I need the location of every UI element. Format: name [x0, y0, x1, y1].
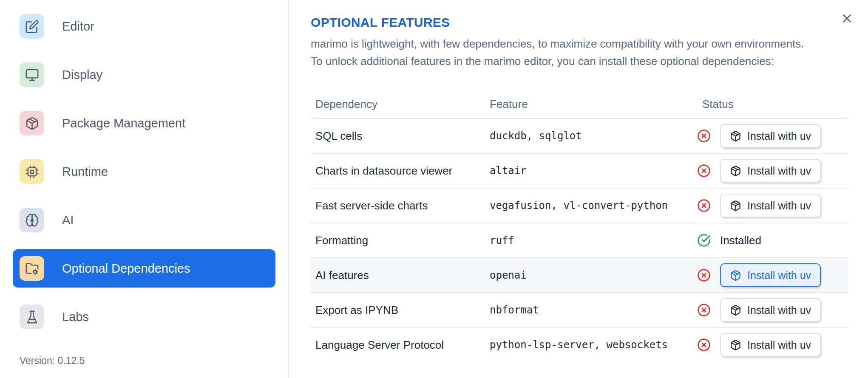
- status-cell: Installed: [697, 234, 848, 247]
- table-row: Charts in datasource viewer altair Insta…: [310, 154, 848, 189]
- error-status-icon: [697, 268, 711, 282]
- description-line-2: To unlock additional features in the mar…: [311, 53, 804, 70]
- sidebar-item-label: Package Management: [62, 116, 185, 130]
- flask-icon: [25, 310, 39, 324]
- table-row: Language Server Protocol python-lsp-serv…: [310, 328, 848, 362]
- labs-tile: [20, 305, 44, 329]
- install-with-uv-button[interactable]: Install with uv: [720, 124, 821, 148]
- install-with-uv-button[interactable]: Install with uv: [720, 194, 821, 217]
- sidebar-item-ai[interactable]: AI: [13, 201, 275, 239]
- package-icon: [730, 339, 741, 351]
- install-button-label: Install with uv: [747, 304, 811, 316]
- feature-cell: altair: [485, 165, 697, 177]
- dependency-cell: SQL cells: [310, 130, 485, 143]
- status-cell: Install with uv: [697, 333, 848, 357]
- feature-cell: duckdb, sqlglot: [485, 130, 697, 142]
- dependency-cell: Formatting: [310, 234, 485, 247]
- success-status-icon: [697, 234, 711, 247]
- status-cell: Install with uv: [697, 159, 848, 183]
- sidebar-item-label: AI: [62, 213, 74, 227]
- installed-label: Installed: [720, 234, 761, 247]
- package-icon: [25, 116, 39, 130]
- settings-sidebar: Editor Display Package Management: [0, 0, 289, 378]
- package-icon: [730, 200, 741, 212]
- sidebar-item-label: Labs: [62, 310, 89, 324]
- dependency-cell: AI features: [310, 269, 485, 282]
- sidebar-item-label: Optional Dependencies: [62, 262, 190, 276]
- package-icon: [730, 165, 741, 177]
- feature-cell: openai: [485, 269, 697, 281]
- optional-dependencies-tile: [20, 256, 44, 281]
- column-header-status: Status: [697, 98, 848, 111]
- table-row: SQL cells duckdb, sqlglot Install with u…: [310, 119, 848, 154]
- package-icon: [730, 130, 741, 142]
- description-line-1: marimo is lightweight, with few dependen…: [311, 35, 804, 53]
- error-status-icon: [697, 129, 711, 143]
- status-cell: Install with uv: [697, 298, 848, 322]
- status-cell: Install with uv: [697, 124, 848, 148]
- page-title: OPTIONAL FEATURES: [311, 15, 450, 30]
- install-button-label: Install with uv: [747, 130, 811, 142]
- feature-cell: ruff: [485, 234, 697, 246]
- error-status-icon: [697, 303, 711, 317]
- table-row: Export as IPYNB nbformat Install with uv: [310, 293, 848, 328]
- error-status-icon: [697, 199, 711, 212]
- sidebar-item-optional-dependencies[interactable]: Optional Dependencies: [13, 249, 275, 288]
- dependency-cell: Export as IPYNB: [310, 304, 485, 317]
- status-cell: Install with uv: [697, 194, 848, 217]
- optional-features-panel: OPTIONAL FEATURES marimo is lightweight,…: [289, 0, 868, 378]
- monitor-icon: [25, 68, 39, 82]
- install-button-label: Install with uv: [747, 200, 811, 212]
- version-label: Version: 0.12.5: [20, 355, 85, 367]
- package-management-tile: [20, 111, 44, 135]
- table-row: Fast server-side charts vegafusion, vl-c…: [310, 189, 848, 223]
- install-with-uv-button[interactable]: Install with uv: [720, 159, 821, 183]
- dependency-cell: Language Server Protocol: [310, 339, 485, 352]
- install-button-label: Install with uv: [747, 269, 811, 282]
- sidebar-item-label: Display: [62, 68, 102, 82]
- folder-cog-icon: [25, 262, 39, 276]
- feature-cell: python-lsp-server, websockets: [485, 339, 697, 351]
- sidebar-item-editor[interactable]: Editor: [13, 7, 275, 45]
- runtime-tile: [20, 159, 44, 184]
- install-with-uv-button[interactable]: Install with uv: [720, 263, 821, 287]
- dependencies-table: Dependency Feature Status SQL cells duck…: [310, 90, 848, 362]
- install-with-uv-button[interactable]: Install with uv: [720, 298, 821, 322]
- cpu-icon: [25, 165, 39, 179]
- sidebar-item-labs[interactable]: Labs: [13, 298, 275, 336]
- feature-cell: nbformat: [485, 304, 697, 316]
- feature-cell: vegafusion, vl-convert-python: [485, 200, 697, 212]
- sidebar-item-runtime[interactable]: Runtime: [13, 152, 275, 191]
- column-header-feature: Feature: [485, 98, 697, 111]
- status-cell: Install with uv: [697, 263, 848, 287]
- ai-tile: [20, 208, 44, 232]
- close-button[interactable]: [838, 10, 855, 27]
- panel-description: marimo is lightweight, with few dependen…: [311, 35, 804, 70]
- dependency-cell: Fast server-side charts: [310, 199, 485, 212]
- brain-icon: [25, 213, 39, 227]
- table-header-row: Dependency Feature Status: [310, 90, 848, 119]
- error-status-icon: [697, 164, 711, 178]
- install-with-uv-button[interactable]: Install with uv: [720, 333, 821, 357]
- sidebar-item-label: Editor: [62, 20, 94, 34]
- package-icon: [730, 305, 741, 316]
- sidebar-nav: Editor Display Package Management: [13, 7, 275, 336]
- column-header-dependency: Dependency: [310, 98, 485, 111]
- install-button-label: Install with uv: [747, 165, 811, 177]
- sidebar-item-display[interactable]: Display: [13, 56, 275, 94]
- error-status-icon: [697, 338, 711, 352]
- install-button-label: Install with uv: [747, 339, 811, 351]
- pencil-square-icon: [25, 20, 39, 34]
- sidebar-item-label: Runtime: [62, 165, 108, 179]
- table-row: AI features openai Install with uv: [310, 258, 848, 293]
- dependency-cell: Charts in datasource viewer: [310, 164, 485, 178]
- display-tile: [20, 62, 44, 87]
- sidebar-item-package-management[interactable]: Package Management: [13, 104, 275, 142]
- package-icon: [730, 270, 741, 281]
- table-row: Formatting ruff Installed: [310, 223, 848, 258]
- close-icon: [841, 13, 853, 24]
- editor-tile: [20, 14, 44, 39]
